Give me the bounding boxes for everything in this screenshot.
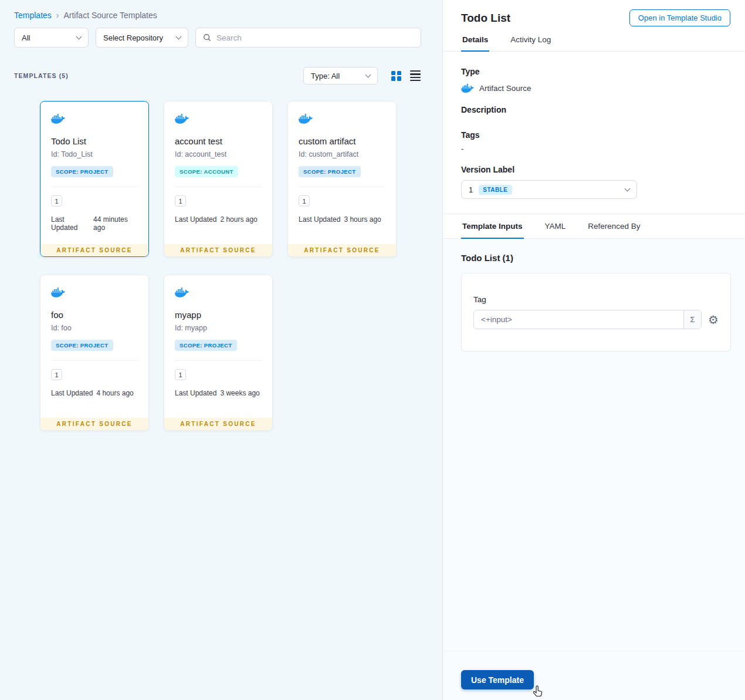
template-card-todo-list[interactable]: Todo List Id: Todo_List SCOPE: PROJECT 1… — [40, 101, 149, 257]
artifact-source-type-label: ARTIFACT SOURCE — [40, 418, 148, 430]
templates-list-header: TEMPLATES (5) Type: All — [0, 67, 442, 84]
docker-icon — [175, 113, 189, 124]
version-count-badge: 1 — [175, 369, 186, 380]
docker-icon — [51, 113, 65, 124]
description-label: Description — [461, 105, 730, 114]
last-updated-value: 4 hours ago — [96, 389, 133, 397]
last-updated-label: Last Updated — [175, 215, 216, 224]
scope-badge: SCOPE: PROJECT — [299, 166, 361, 177]
inputs-title: Todo List (1) — [461, 253, 731, 263]
scope-badge: SCOPE: PROJECT — [175, 340, 237, 351]
scope-badge: SCOPE: ACCOUNT — [175, 166, 238, 177]
template-card-id: Id: myapp — [175, 324, 262, 332]
open-in-template-studio-button[interactable]: Open in Template Studio — [629, 9, 730, 26]
breadcrumb: Templates › Artifact Source Templates — [0, 0, 442, 20]
last-updated-label: Last Updated — [51, 215, 90, 232]
template-input-tabs: Template Inputs YAML Referenced By — [443, 214, 745, 239]
docker-icon — [175, 287, 189, 298]
template-card-custom-artifact[interactable]: custom artifact Id: custom_artifact SCOP… — [287, 101, 397, 257]
tab-details[interactable]: Details — [461, 35, 489, 51]
template-card-myapp[interactable]: myapp Id: myapp SCOPE: PROJECT 1 Last Up… — [164, 275, 273, 431]
template-card-account-test[interactable]: account test Id: account_test SCOPE: ACC… — [164, 101, 273, 257]
tag-input-group: Σ — [473, 310, 702, 329]
tab-activity-log[interactable]: Activity Log — [509, 35, 552, 51]
search-input[interactable] — [216, 33, 414, 42]
filter-row: All Select Repository — [0, 28, 442, 48]
type-value-row: Artifact Source — [461, 83, 730, 93]
template-card-title: foo — [51, 310, 138, 320]
template-card-id: Id: Todo_List — [51, 150, 138, 158]
type-filter-value: Type: All — [311, 72, 340, 80]
template-inputs-body: Todo List (1) Tag Σ ⚙ — [443, 239, 745, 651]
docker-icon — [299, 113, 313, 124]
version-count-badge: 1 — [51, 369, 62, 380]
last-updated-value: 44 minutes ago — [93, 215, 138, 232]
divider — [51, 187, 138, 187]
app-window: Templates › Artifact Source Templates Al… — [0, 0, 745, 700]
chevron-down-icon — [176, 34, 182, 40]
search-box[interactable] — [195, 28, 421, 48]
version-count-badge: 1 — [51, 195, 62, 207]
version-label: Version Label — [461, 165, 730, 174]
template-details-panel: Todo List Open in Template Studio Detail… — [443, 0, 745, 700]
last-updated-label: Last Updated — [299, 215, 340, 224]
type-value: Artifact Source — [479, 84, 531, 93]
settings-gear-icon[interactable]: ⚙ — [708, 314, 719, 326]
details-tabs: Details Activity Log — [443, 35, 745, 52]
chevron-down-icon — [625, 186, 631, 192]
breadcrumb-link-templates[interactable]: Templates — [14, 11, 52, 20]
template-card-title: myapp — [175, 310, 262, 320]
breadcrumb-current: Artifact Source Templates — [63, 11, 157, 20]
template-cards-grid: Todo List Id: Todo_List SCOPE: PROJECT 1… — [0, 84, 442, 431]
scope-badge: SCOPE: PROJECT — [51, 166, 113, 177]
breadcrumb-separator: › — [56, 11, 59, 20]
scope-filter-dropdown[interactable]: All — [14, 28, 89, 48]
divider — [299, 187, 385, 187]
last-updated: Last Updated 3 hours ago — [299, 215, 385, 224]
tab-yaml[interactable]: YAML — [544, 214, 567, 238]
version-value: 1 — [469, 185, 473, 194]
panel-title: Todo List — [461, 12, 510, 25]
divider — [175, 360, 262, 361]
grid-view-button[interactable] — [391, 71, 401, 81]
version-count-badge: 1 — [175, 195, 186, 207]
details-panel-header: Todo List Open in Template Studio — [443, 0, 745, 26]
template-card-id: Id: account_test — [175, 150, 262, 158]
template-card-id: Id: custom_artifact — [299, 150, 385, 158]
last-updated-value: 2 hours ago — [220, 215, 257, 224]
inputs-card: Tag Σ ⚙ — [461, 273, 731, 351]
chevron-down-icon — [76, 34, 82, 40]
divider — [51, 360, 138, 361]
template-card-title: Todo List — [51, 136, 138, 146]
template-card-title: custom artifact — [299, 136, 385, 146]
tag-input-row: Σ ⚙ — [473, 310, 719, 329]
artifact-source-type-label: ARTIFACT SOURCE — [40, 244, 148, 256]
template-card-title: account test — [175, 136, 262, 146]
tab-template-inputs[interactable]: Template Inputs — [461, 214, 524, 238]
last-updated: Last Updated 44 minutes ago — [51, 215, 138, 232]
view-toggle-group — [391, 70, 421, 82]
version-select[interactable]: 1 STABLE — [461, 180, 637, 199]
templates-list-panel: Templates › Artifact Source Templates Al… — [0, 0, 443, 700]
list-view-button[interactable] — [410, 70, 421, 82]
last-updated-value: 3 weeks ago — [220, 389, 259, 397]
tag-label: Tag — [473, 295, 719, 304]
use-template-button[interactable]: Use Template — [461, 670, 534, 689]
template-card-foo[interactable]: foo Id: foo SCOPE: PROJECT 1 Last Update… — [40, 275, 149, 431]
scope-badge: SCOPE: PROJECT — [51, 340, 113, 351]
last-updated: Last Updated 3 weeks ago — [175, 389, 262, 397]
tag-input[interactable] — [474, 310, 683, 329]
search-icon — [203, 33, 211, 42]
details-panel-footer: Use Template — [443, 651, 745, 700]
tags-label: Tags — [461, 130, 730, 140]
last-updated-label: Last Updated — [175, 389, 216, 397]
repository-filter-dropdown[interactable]: Select Repository — [96, 28, 188, 48]
tags-value: - — [461, 144, 730, 153]
tab-referenced-by[interactable]: Referenced By — [587, 214, 641, 238]
last-updated: Last Updated 2 hours ago — [175, 215, 262, 224]
type-filter-dropdown[interactable]: Type: All — [303, 67, 378, 84]
divider — [175, 187, 262, 187]
type-label: Type — [461, 67, 730, 76]
expression-sigma-button[interactable]: Σ — [683, 310, 701, 329]
last-updated-label: Last Updated — [51, 389, 93, 397]
